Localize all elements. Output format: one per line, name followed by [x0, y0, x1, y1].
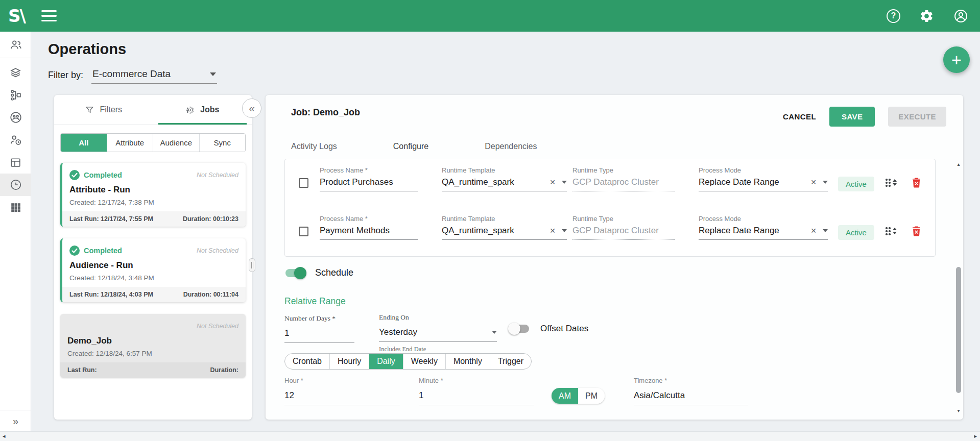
- process-name-label: Process Name *: [320, 215, 418, 223]
- scroll-right-icon[interactable]: ▸: [974, 433, 977, 439]
- pm-option[interactable]: PM: [578, 388, 605, 404]
- page-title: Operations: [48, 41, 126, 58]
- clear-icon[interactable]: ✕: [549, 227, 556, 235]
- schedule-toggle[interactable]: [285, 269, 305, 277]
- clear-icon[interactable]: ✕: [810, 227, 817, 235]
- number-of-days-label: Number of Days *: [284, 314, 354, 323]
- scroll-down-icon[interactable]: ▾: [955, 408, 962, 413]
- runtime-template-select[interactable]: QA_runtime_spark: [442, 226, 514, 236]
- hour-input[interactable]: 12: [284, 390, 294, 401]
- minute-input[interactable]: 1: [419, 390, 423, 401]
- chevron-down-icon[interactable]: [562, 181, 567, 184]
- jobs-list-panel: « Filters Jobs All Attribute Audience Sy…: [54, 95, 252, 420]
- delete-process-icon[interactable]: [912, 226, 921, 238]
- job-last-run: Last Run:: [67, 366, 97, 374]
- tab-filters[interactable]: Filters: [54, 95, 153, 125]
- offset-dates-toggle[interactable]: [510, 325, 529, 333]
- chevron-down-icon[interactable]: [492, 331, 497, 334]
- tab-configure[interactable]: Configure: [381, 135, 441, 160]
- job-created: Created: 12/18/24, 3:48 PM: [69, 274, 238, 282]
- chevron-down-icon[interactable]: [562, 229, 567, 232]
- job-last-run: Last Run: 12/18/24, 4:03 PM: [69, 291, 153, 298]
- minute-label: Minute *: [419, 377, 443, 384]
- am-option[interactable]: AM: [552, 388, 578, 404]
- freq-trigger[interactable]: Trigger: [490, 354, 531, 369]
- process-list: Process Name * Product Purchases Runtime…: [284, 159, 936, 257]
- vertical-scrollbar[interactable]: ▴ ▾: [955, 161, 962, 413]
- segment-attribute[interactable]: Attribute: [107, 134, 153, 152]
- process-name-label: Process Name *: [320, 166, 418, 174]
- status-badge: Completed: [84, 247, 122, 255]
- tab-jobs[interactable]: Jobs: [153, 95, 252, 125]
- delete-process-icon[interactable]: [912, 178, 921, 190]
- freq-hourly[interactable]: Hourly: [329, 354, 369, 369]
- project-filter-select[interactable]: E-commerce Data: [91, 68, 217, 84]
- tab-jobs-label: Jobs: [200, 105, 219, 114]
- left-nav-rail: »: [0, 32, 31, 431]
- hamburger-menu-icon[interactable]: [41, 10, 57, 21]
- freq-daily[interactable]: Daily: [369, 354, 403, 369]
- job-detail-tabs: Activity Logs Configure Dependencies: [279, 135, 549, 160]
- ending-on-select[interactable]: Yesterday: [379, 327, 417, 337]
- job-card-audience-run[interactable]: Completed Not Scheduled Audience - Run C…: [60, 238, 246, 302]
- chevron-down-icon[interactable]: [823, 229, 828, 232]
- clear-icon[interactable]: ✕: [810, 178, 817, 186]
- job-detail-panel: Job: Demo_Job CANCEL SAVE EXECUTE Activi…: [266, 95, 963, 420]
- horizontal-scrollbar[interactable]: ◂ ▸: [0, 431, 980, 441]
- number-of-days-input[interactable]: 1: [284, 328, 289, 338]
- add-job-button[interactable]: +: [943, 46, 970, 73]
- process-mode-select[interactable]: Replace Date Range: [699, 226, 779, 236]
- runtime-type-value: GCP Dataproc Cluster: [572, 177, 659, 187]
- collapse-panel-button[interactable]: «: [242, 99, 261, 118]
- reorder-drag-icon[interactable]: [886, 227, 897, 235]
- tab-dependencies[interactable]: Dependencies: [472, 135, 549, 160]
- nav-layers-icon[interactable]: [0, 61, 31, 84]
- job-card-demo-job[interactable]: Not Scheduled Demo_Job Created: 12/18/24…: [60, 314, 246, 378]
- freq-crontab[interactable]: Crontab: [285, 354, 329, 369]
- cancel-button[interactable]: CANCEL: [783, 112, 816, 121]
- job-card-attribute-run[interactable]: Completed Not Scheduled Attribute - Run …: [60, 163, 246, 227]
- account-icon[interactable]: [953, 8, 969, 24]
- process-mode-select[interactable]: Replace Date Range: [699, 177, 779, 187]
- scroll-up-icon[interactable]: ▴: [955, 161, 962, 167]
- nav-layout-icon[interactable]: [0, 151, 31, 174]
- job-duration: Duration: 00:10:23: [183, 215, 238, 223]
- nav-operations-clock-icon[interactable]: [0, 174, 31, 196]
- freq-weekly[interactable]: Weekly: [403, 354, 445, 369]
- nav-segments-icon[interactable]: [0, 129, 31, 151]
- nav-audience-icon[interactable]: [0, 106, 31, 129]
- chevron-down-icon[interactable]: [823, 181, 828, 184]
- process-name-input[interactable]: Product Purchases: [320, 177, 393, 187]
- ampm-toggle: AM PM: [552, 388, 605, 404]
- funnel-icon: [85, 105, 94, 115]
- timezone-input[interactable]: Asia/Calcutta: [634, 390, 685, 401]
- scroll-left-icon[interactable]: ◂: [3, 433, 6, 439]
- job-last-run: Last Run: 12/17/24, 7:55 PM: [69, 215, 153, 223]
- help-icon[interactable]: ?: [887, 9, 900, 23]
- process-checkbox[interactable]: [299, 178, 308, 188]
- save-button[interactable]: SAVE: [829, 107, 875, 127]
- segment-sync[interactable]: Sync: [199, 134, 246, 152]
- panel-resize-handle[interactable]: [249, 258, 255, 272]
- process-row: Process Name * Payment Methods Runtime T…: [285, 208, 935, 256]
- settings-gear-icon[interactable]: [919, 8, 935, 24]
- freq-monthly[interactable]: Monthly: [445, 354, 490, 369]
- nav-pipeline-icon[interactable]: [0, 84, 31, 106]
- process-mode-label: Process Mode: [699, 166, 828, 174]
- segment-audience[interactable]: Audience: [153, 134, 199, 152]
- check-circle-icon: [69, 170, 80, 180]
- tab-activity-logs[interactable]: Activity Logs: [279, 135, 349, 160]
- job-title: Demo_Job: [67, 336, 238, 346]
- reorder-drag-icon[interactable]: [886, 179, 897, 187]
- nav-users-icon[interactable]: [0, 32, 31, 58]
- runtime-template-select[interactable]: QA_runtime_spark: [442, 177, 514, 187]
- execute-button[interactable]: EXECUTE: [888, 107, 946, 127]
- scroll-thumb[interactable]: [956, 267, 961, 393]
- job-duration: Duration:: [210, 366, 238, 374]
- clear-icon[interactable]: ✕: [549, 178, 556, 186]
- process-name-input[interactable]: Payment Methods: [320, 226, 390, 236]
- segment-all[interactable]: All: [61, 134, 107, 152]
- sidebar-expand-icon[interactable]: »: [0, 410, 31, 427]
- nav-apps-grid-icon[interactable]: [0, 196, 31, 218]
- process-checkbox[interactable]: [299, 227, 308, 236]
